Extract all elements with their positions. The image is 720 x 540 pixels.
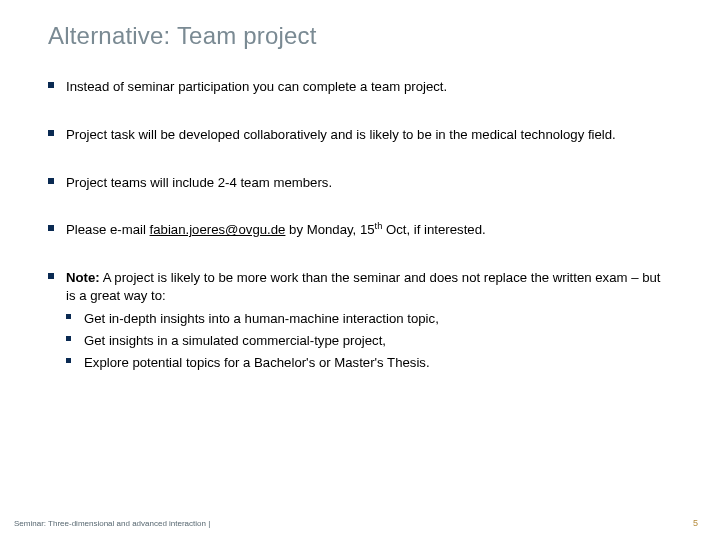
bullet-list: Instead of seminar participation you can…	[48, 78, 672, 372]
bullet-item: Project task will be developed collabora…	[48, 126, 672, 144]
bullet-text-prefix: Please e-mail	[66, 222, 150, 237]
note-label: Note:	[66, 270, 100, 285]
bullet-item-note: Note: A project is likely to be more wor…	[48, 269, 672, 372]
sub-bullet-text: Get in-depth insights into a human-machi…	[84, 311, 439, 326]
bullet-text-suffix: Oct, if interested.	[382, 222, 485, 237]
bullet-text: Project teams will include 2-4 team memb…	[66, 175, 332, 190]
bullet-text: Project task will be developed collabora…	[66, 127, 616, 142]
slide: Alternative: Team project Instead of sem…	[0, 0, 720, 540]
bullet-item: Please e-mail fabian.joeres@ovgu.de by M…	[48, 221, 672, 239]
note-text: A project is likely to be more work than…	[66, 270, 660, 303]
page-number: 5	[693, 518, 698, 528]
footer-text: Seminar: Three-dimensional and advanced …	[14, 519, 210, 528]
bullet-item: Project teams will include 2-4 team memb…	[48, 174, 672, 192]
sub-bullet-item: Explore potential topics for a Bachelor'…	[66, 353, 672, 372]
sub-bullet-item: Get insights in a simulated commercial-t…	[66, 331, 672, 350]
sub-bullet-text: Explore potential topics for a Bachelor'…	[84, 355, 430, 370]
sub-bullet-list: Get in-depth insights into a human-machi…	[66, 309, 672, 372]
sub-bullet-text: Get insights in a simulated commercial-t…	[84, 333, 386, 348]
email-link[interactable]: fabian.joeres@ovgu.de	[150, 222, 286, 237]
bullet-text-mid: by Monday, 15	[285, 222, 374, 237]
bullet-text: Instead of seminar participation you can…	[66, 79, 447, 94]
bullet-item: Instead of seminar participation you can…	[48, 78, 672, 96]
sub-bullet-item: Get in-depth insights into a human-machi…	[66, 309, 672, 328]
slide-title: Alternative: Team project	[48, 22, 672, 50]
